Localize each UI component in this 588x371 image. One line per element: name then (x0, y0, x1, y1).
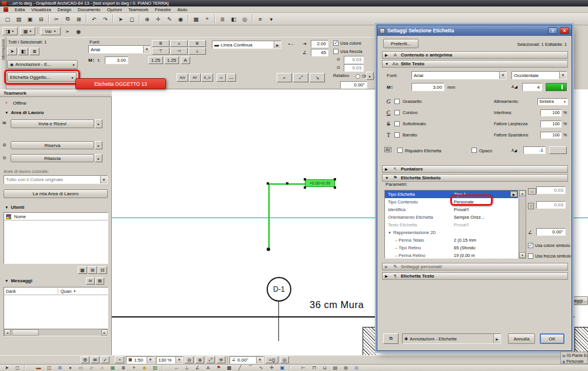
section-stile-testo[interactable]: ▼AaStile Testo (382, 60, 568, 68)
pen-color-button[interactable] (546, 83, 567, 91)
style-checkbox[interactable] (394, 110, 400, 115)
pan-button[interactable]: ✛ (217, 356, 225, 363)
toolbar-icon[interactable] (111, 14, 115, 24)
section-etichetta-testo[interactable]: ▶¶Etichetta Testo (382, 272, 568, 280)
zoom-in-button[interactable]: ⊕ (195, 356, 204, 363)
save-icon[interactable]: ▣ (25, 14, 35, 24)
menu-item[interactable]: Visualizza (31, 7, 51, 12)
menu-item[interactable]: Documento (78, 7, 100, 12)
zone-tool-icon[interactable]: ▨ (150, 365, 160, 371)
parameter-row[interactable]: Identifica Prova!!!▶ (385, 206, 518, 213)
orbit-icon[interactable]: ◉ (74, 27, 83, 35)
layers-icon[interactable]: ≡ (255, 14, 265, 24)
angle-dimension-tool-icon[interactable]: ∠ (192, 365, 202, 371)
grid-icon[interactable]: ▦ (191, 14, 201, 24)
elevation-tool-icon[interactable]: ⊓ (309, 365, 319, 371)
users-list[interactable]: Nome (4, 212, 108, 264)
text-pen-field[interactable]: 4 (522, 83, 542, 91)
drawing-marker-circle[interactable]: D-1 (267, 277, 291, 302)
symbol-height-field[interactable]: 0.03 (344, 64, 364, 72)
anchor-toggle-button[interactable]: A (181, 56, 190, 64)
object-tool-icon[interactable]: ✦ (129, 365, 139, 371)
arrow-mini-icon[interactable]: ➤ (7, 48, 17, 55)
align-right-icon[interactable]: ≣ (188, 40, 206, 47)
help-button[interactable]: ? (548, 27, 557, 34)
slab-tool-icon[interactable]: ▱ (87, 365, 97, 371)
parameter-row[interactable]: Tipo Contenuto Personale▶ (385, 198, 518, 206)
selected-label-text[interactable]: +0.00=0.00 (305, 179, 335, 187)
pen-weight-button-1[interactable]: 1.25 (148, 56, 163, 64)
leader-curved-icon[interactable]: ↘ (310, 73, 325, 82)
favorites-combo-button[interactable]: ▦▼ (20, 27, 35, 35)
parameter-row[interactable]: Tipo Retino 65 (Sfondo▶ (385, 244, 518, 252)
mesh-tool-icon[interactable]: ▦ (108, 365, 118, 371)
optimal-radio[interactable] (356, 74, 360, 79)
worksheet-tool-icon[interactable]: ▤ (330, 365, 340, 371)
stair-tool-icon[interactable]: ≣ (118, 365, 128, 371)
font-combo[interactable]: Arial▼ (88, 45, 151, 54)
marquee-tool-icon[interactable]: ◻ (12, 365, 22, 371)
toolbar-icon[interactable] (85, 14, 88, 24)
column-tool-icon[interactable]: ● (65, 365, 75, 371)
dimension-tool-icon[interactable]: ↔ (171, 365, 181, 371)
parameter-row[interactable]: Tipo Etichetta Tipo 1▶ (385, 190, 518, 198)
zoom-combo[interactable]: 130 %▼ (156, 356, 183, 364)
section-tool-icon[interactable]: ⊢ (298, 365, 308, 371)
section-etichetta-simbolo[interactable]: ▼⚑Etichetta Simbolo (382, 174, 568, 182)
toolbar-icon[interactable] (187, 14, 190, 24)
arrow-tool-icon[interactable]: ➤ (2, 365, 12, 371)
selection-handle[interactable] (267, 182, 269, 185)
zoom-out-button[interactable]: ⊖ (185, 356, 194, 363)
pointer-icon[interactable]: ➤ (115, 14, 126, 24)
selection-handle[interactable] (286, 182, 288, 185)
settings-icon[interactable]: ⚙ (81, 356, 89, 363)
messages-col-from[interactable]: Da/A (4, 289, 58, 294)
label-tool-icon[interactable]: ⚑ (214, 365, 224, 371)
menu-item[interactable]: Teamwork (128, 7, 148, 12)
pen-icon[interactable]: ✎ (164, 14, 175, 24)
toolbar-icon[interactable] (138, 14, 141, 24)
list-mini-icon[interactable]: ≣ (29, 48, 39, 55)
frame-checkbox[interactable] (397, 148, 403, 153)
reserve-button[interactable]: Riserva (11, 141, 94, 149)
text-frame-icon[interactable]: A|V (177, 73, 188, 82)
leader-diagonal-icon[interactable]: ⤢ (293, 73, 308, 82)
text-height-field[interactable]: 3.00 (105, 56, 128, 64)
right-edge-partial-button[interactable]: aggi... (572, 296, 588, 305)
navigator-item-piante[interactable]: ▤ 03 Piante Edificio (561, 352, 587, 358)
dropdown-icon[interactable]: ▾ (266, 14, 277, 24)
toolbar-icon[interactable] (251, 14, 254, 24)
dialog-font-combo[interactable]: Arial▼ (411, 71, 507, 79)
selection-handle[interactable] (304, 186, 306, 189)
send-receive-button[interactable]: Invia e Ricevi (11, 119, 94, 128)
parameter-row[interactable]: Rappresentazione 2D ▶ (385, 229, 518, 236)
label-anchor-dot[interactable] (267, 248, 270, 251)
lamp-tool-icon[interactable]: ◉ (139, 365, 150, 371)
close-button[interactable]: ✕ (560, 27, 569, 34)
section-settaggi-personali[interactable]: ▶✎Settaggi personali (382, 263, 568, 270)
align-center-icon[interactable]: ≡ (170, 40, 188, 47)
row-expand-button[interactable]: ▶ (510, 191, 517, 197)
frame-pen-field[interactable]: -1 (523, 146, 546, 154)
wall-tool-icon[interactable]: ▬ (34, 365, 44, 371)
spline-tool-icon[interactable]: ∿ (256, 365, 266, 371)
spacing-field[interactable]: 100 (540, 121, 562, 128)
target-button[interactable]: ◎ (280, 356, 289, 363)
paste-icon[interactable]: ⊞ (74, 14, 84, 24)
style-checkbox[interactable] (394, 99, 400, 104)
roof-tool-icon[interactable]: ⌂ (97, 365, 107, 371)
colored-workspaces-combo[interactable]: Tutto con il Colore originale▼ (4, 175, 108, 184)
use-symbol-arrow-checkbox[interactable] (528, 253, 533, 259)
orientation-combo[interactable]: ∠0.00°▼ (230, 356, 264, 364)
frame-pen-preview-button[interactable] (549, 146, 567, 154)
beam-tool-icon[interactable]: ▭ (76, 365, 86, 371)
symbol-angle-field[interactable]: 0.00° (536, 228, 566, 236)
symbol-height-field[interactable]: 0.03 (536, 201, 566, 209)
copy-icon[interactable]: ⧉ (62, 14, 73, 24)
remove-user-icon[interactable]: ⊟ (98, 266, 107, 274)
scroll-up-icon[interactable]: ▲ (519, 190, 526, 196)
layer-icon-button[interactable]: ⧉ (383, 333, 398, 344)
teamwork-palette-header[interactable]: Teamwork (0, 89, 112, 97)
spacing-field[interactable]: 100 (540, 132, 562, 139)
fill-tool-icon[interactable]: ▩ (224, 365, 234, 371)
